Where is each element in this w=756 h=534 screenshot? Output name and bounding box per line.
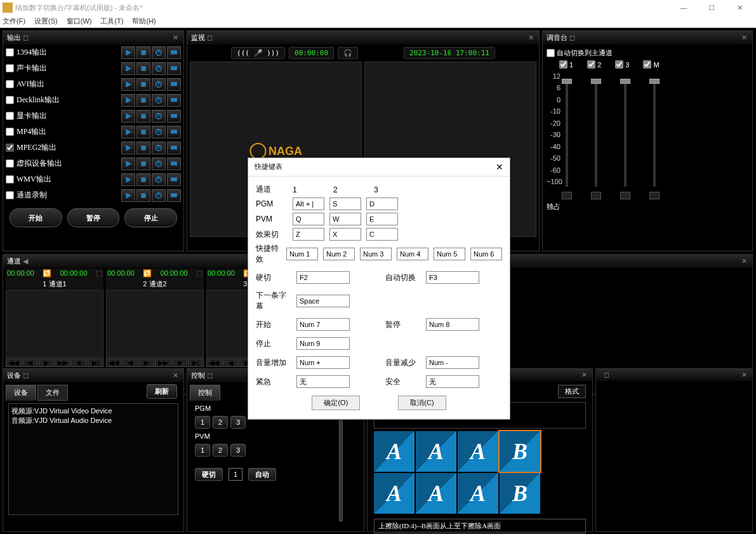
play-icon[interactable]: [121, 157, 135, 170]
play-icon[interactable]: [121, 189, 135, 202]
monitor-icon[interactable]: [167, 157, 181, 170]
pgm-3-key[interactable]: [366, 197, 398, 210]
menu-tools[interactable]: 工具(T): [100, 17, 123, 26]
panel-max-icon[interactable]: ◻: [567, 34, 576, 42]
fader-2[interactable]: [595, 79, 597, 187]
tab-device[interactable]: 设备: [6, 385, 36, 401]
panel-close-icon[interactable]: ✕: [171, 34, 180, 42]
pvm-1-key[interactable]: [293, 213, 324, 225]
device-list[interactable]: 视频源:VJD Virtual Video Device 音频源:VJD Vir…: [8, 403, 178, 515]
play-icon[interactable]: [121, 62, 135, 75]
chan-end[interactable]: ▶|: [188, 358, 204, 367]
power-icon[interactable]: [152, 78, 166, 91]
mute-3[interactable]: [620, 192, 630, 199]
dlg-v2-2[interactable]: [426, 318, 479, 331]
panel-prev-icon[interactable]: ◀: [21, 257, 30, 265]
pgm-2[interactable]: 2: [213, 416, 228, 429]
output-check-2[interactable]: [6, 80, 14, 88]
dialog-close-icon[interactable]: ✕: [496, 162, 503, 172]
quick-1[interactable]: [286, 248, 318, 260]
ok-button[interactable]: 确定(O): [312, 396, 360, 410]
menu-window[interactable]: 窗口(W): [67, 17, 92, 26]
chan-fwd[interactable]: ▶▶: [55, 358, 70, 367]
pgm-1-key[interactable]: [293, 197, 324, 210]
power-icon[interactable]: [152, 46, 166, 59]
dlg-v2-5[interactable]: [426, 375, 479, 388]
pgm-1[interactable]: 1: [195, 416, 210, 429]
output-check-6[interactable]: [6, 144, 14, 152]
chan-prev[interactable]: ◀◀: [206, 358, 222, 367]
chan-stop[interactable]: ■: [71, 358, 87, 367]
pvm-3-key[interactable]: [366, 213, 398, 225]
play-icon[interactable]: [121, 46, 135, 59]
panel-max-icon[interactable]: ◻: [602, 371, 611, 379]
fader-1[interactable]: [566, 79, 568, 187]
dlg-v-5[interactable]: [296, 375, 350, 388]
power-icon[interactable]: [152, 110, 166, 123]
output-check-0[interactable]: [6, 48, 14, 57]
play-icon[interactable]: [121, 94, 135, 107]
stop-icon[interactable]: [136, 62, 150, 75]
stop-icon[interactable]: [136, 110, 150, 123]
fx-2-key[interactable]: [329, 228, 361, 241]
dlg-v2-4[interactable]: [426, 356, 479, 369]
mute-2[interactable]: [591, 192, 601, 199]
stop-icon[interactable]: [136, 142, 150, 154]
chan-preview-0[interactable]: [6, 290, 103, 357]
monitor-icon[interactable]: [167, 94, 181, 107]
chan-preview-1[interactable]: [106, 290, 204, 357]
pause-button[interactable]: 暂停: [67, 208, 120, 227]
panel-max-icon[interactable]: ◻: [205, 34, 214, 42]
auto-button[interactable]: 自动: [248, 468, 276, 481]
panel-max-icon[interactable]: ◻: [21, 34, 30, 42]
play-icon[interactable]: [121, 173, 135, 186]
chan-play[interactable]: ▶: [139, 358, 155, 367]
close-button[interactable]: ✕: [726, 0, 753, 15]
monitor-icon[interactable]: [167, 46, 181, 59]
dlg-v-3[interactable]: [296, 337, 350, 350]
pgm-3[interactable]: 3: [230, 416, 246, 429]
output-check-7[interactable]: [6, 159, 14, 168]
stop-icon[interactable]: [136, 126, 150, 138]
transition-cell-1[interactable]: A: [416, 431, 456, 472]
transition-cell-0[interactable]: A: [374, 431, 414, 472]
dlg-v2-0[interactable]: [426, 271, 479, 284]
trans-num[interactable]: 1: [229, 468, 242, 481]
play-icon[interactable]: [121, 78, 135, 91]
monitor-icon[interactable]: [167, 110, 181, 123]
transition-cell-3[interactable]: B: [500, 431, 540, 472]
chan-back[interactable]: ◀: [223, 358, 239, 367]
quick-5[interactable]: [434, 248, 465, 260]
mute-1[interactable]: [562, 192, 572, 199]
mute-M[interactable]: [649, 192, 660, 199]
output-check-5[interactable]: [6, 128, 14, 136]
panel-close-icon[interactable]: ✕: [739, 257, 748, 265]
format-button[interactable]: 格式: [558, 385, 586, 398]
dlg-v-4[interactable]: [296, 356, 350, 369]
pvm-3[interactable]: 3: [230, 444, 246, 457]
chan-fwd[interactable]: ▶▶: [155, 358, 171, 367]
transition-cell-2[interactable]: A: [458, 431, 498, 472]
output-check-9[interactable]: [6, 191, 14, 199]
mix-enable-2[interactable]: 2: [587, 60, 601, 69]
minimize-button[interactable]: —: [670, 0, 698, 15]
dlg-v-2[interactable]: [296, 318, 350, 331]
panel-close-icon[interactable]: ✕: [526, 34, 535, 42]
chan-back[interactable]: ◀: [123, 358, 138, 367]
power-icon[interactable]: [152, 189, 166, 202]
stop-button[interactable]: 停止: [124, 208, 177, 227]
menu-file[interactable]: 文件(F): [3, 17, 25, 26]
chan-play[interactable]: ▶: [39, 358, 55, 367]
chan-prev[interactable]: ◀◀: [6, 358, 22, 367]
mix-enable-1[interactable]: 1: [559, 60, 573, 69]
panel-close-icon[interactable]: ✕: [171, 371, 180, 380]
chan-stop[interactable]: ■: [171, 358, 187, 367]
output-check-4[interactable]: [6, 112, 14, 120]
transition-cell-6[interactable]: A: [458, 473, 498, 514]
output-check-8[interactable]: [6, 175, 14, 184]
stop-icon[interactable]: [136, 189, 150, 202]
play-icon[interactable]: [121, 110, 135, 123]
monitor-icon[interactable]: [167, 173, 181, 186]
tab-file[interactable]: 文件: [37, 385, 68, 401]
stop-icon[interactable]: [136, 173, 150, 186]
